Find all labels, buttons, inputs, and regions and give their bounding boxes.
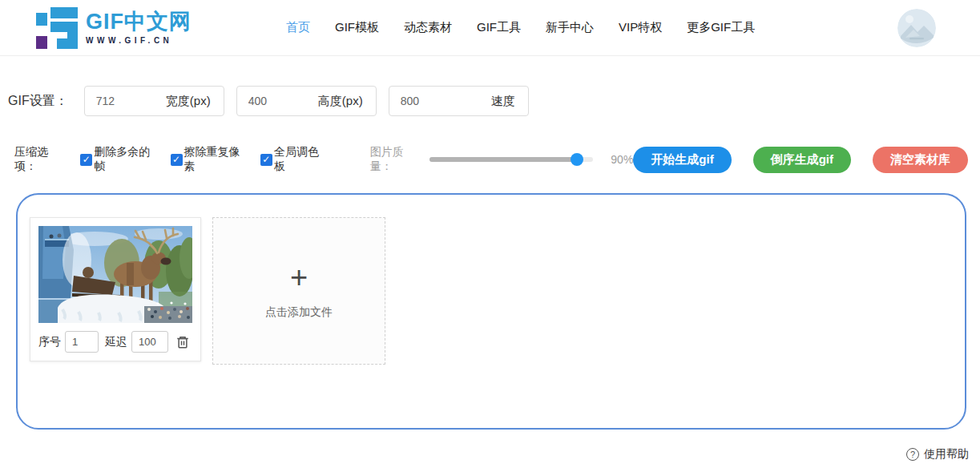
generate-gif-button[interactable]: 开始生成gif: [633, 147, 731, 173]
checkbox-erase-duplicate-pixels[interactable]: ✓ 擦除重复像素: [171, 145, 249, 174]
clear-library-button[interactable]: 清空素材库: [873, 147, 968, 173]
logo-title: GIF中文网: [86, 11, 192, 33]
main-nav: 首页 GIF模板 动态素材 GIF工具 新手中心 VIP特权 更多GIF工具: [286, 20, 755, 35]
nav-item-vip[interactable]: VIP特权: [619, 20, 662, 35]
nav-item-animated-materials[interactable]: 动态素材: [404, 20, 452, 35]
gif-settings-label: GIF设置：: [8, 93, 68, 110]
checkbox-global-palette[interactable]: ✓ 全局调色板: [260, 145, 329, 174]
speed-input[interactable]: [401, 95, 457, 107]
checkbox-label: 删除多余的帧: [94, 145, 159, 174]
checkbox-checked-icon: ✓: [171, 154, 183, 166]
checkbox-label: 全局调色板: [274, 145, 329, 174]
add-file-tile[interactable]: + 点击添加文件: [212, 217, 385, 365]
width-input[interactable]: [96, 95, 152, 107]
frame-controls: 序号 延迟: [38, 331, 192, 353]
speed-field-group: 速度: [389, 86, 529, 116]
plus-icon: +: [290, 262, 308, 293]
help-label: 使用帮助: [924, 447, 969, 462]
delay-input[interactable]: [131, 331, 168, 353]
checkbox-checked-icon: ✓: [260, 154, 272, 166]
nav-item-gif-templates[interactable]: GIF模板: [335, 20, 379, 35]
checkbox-label: 擦除重复像素: [184, 145, 249, 174]
avatar-placeholder-icon: [897, 9, 936, 47]
checkbox-remove-extra-frames[interactable]: ✓ 删除多余的帧: [80, 145, 159, 174]
action-buttons: 开始生成gif 倒序生成gif 清空素材库: [633, 147, 968, 173]
logo-g-icon: [36, 7, 78, 49]
frames-container: 序号 延迟 + 点击添加文件: [16, 193, 966, 430]
delay-label: 延迟: [105, 335, 127, 349]
sequence-label: 序号: [38, 335, 61, 349]
logo-subtitle: WWW.GIF.CN: [86, 37, 192, 45]
delete-frame-button[interactable]: [175, 335, 190, 349]
logo-text: GIF中文网 WWW.GIF.CN: [86, 11, 192, 45]
user-avatar[interactable]: [897, 9, 936, 47]
quality-percent-value: 90%: [611, 153, 633, 166]
quality-slider-fill: [430, 157, 577, 162]
header: GIF中文网 WWW.GIF.CN 首页 GIF模板 动态素材 GIF工具 新手…: [0, 0, 980, 56]
site-logo[interactable]: GIF中文网 WWW.GIF.CN: [36, 7, 192, 49]
quality-slider[interactable]: [430, 157, 594, 162]
trash-icon: [175, 335, 190, 349]
width-field-group: 宽度(px): [84, 86, 224, 116]
nav-item-more-gif-tools[interactable]: 更多GIF工具: [687, 20, 755, 35]
gif-settings-row: GIF设置： 宽度(px) 高度(px) 速度: [8, 86, 980, 116]
reverse-generate-gif-button[interactable]: 倒序生成gif: [753, 147, 851, 173]
frame-thumbnail-image[interactable]: [38, 226, 192, 323]
sequence-input[interactable]: [65, 331, 99, 353]
width-unit-label: 宽度(px): [166, 94, 211, 109]
nav-item-gif-tools[interactable]: GIF工具: [477, 20, 521, 35]
help-icon: ?: [906, 448, 919, 461]
help-link[interactable]: ? 使用帮助: [0, 447, 980, 462]
quality-slider-thumb[interactable]: [571, 153, 583, 166]
compression-options-label: 压缩选项：: [14, 145, 69, 174]
height-input[interactable]: [248, 95, 304, 107]
nav-item-beginner-center[interactable]: 新手中心: [546, 20, 594, 35]
speed-unit-label: 速度: [491, 94, 515, 109]
compression-options-row: 压缩选项： ✓ 删除多余的帧 ✓ 擦除重复像素 ✓ 全局调色板 图片质量： 90…: [14, 145, 968, 174]
nav-item-home[interactable]: 首页: [286, 20, 310, 35]
image-quality-label: 图片质量：: [370, 145, 425, 174]
height-field-group: 高度(px): [236, 86, 377, 116]
frame-card: 序号 延迟: [30, 217, 201, 361]
height-unit-label: 高度(px): [318, 94, 363, 109]
checkbox-checked-icon: ✓: [80, 154, 92, 166]
add-file-label: 点击添加文件: [265, 305, 333, 320]
